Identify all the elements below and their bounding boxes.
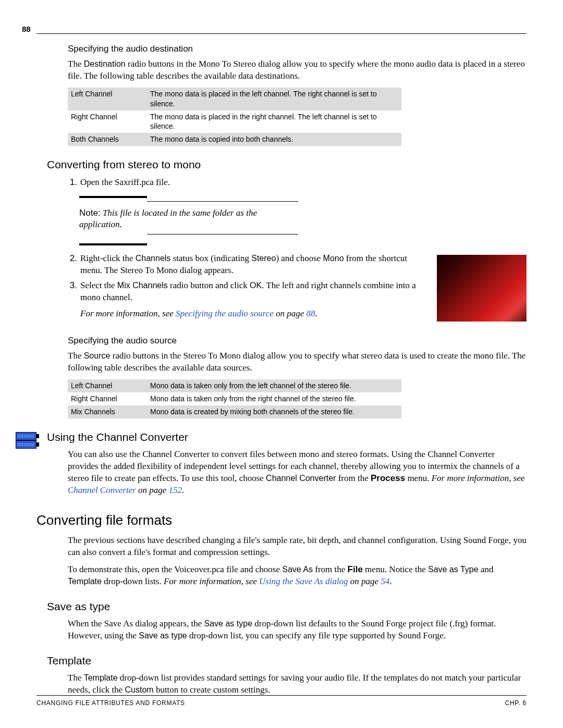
table-destinations: Left Channel The mono data is placed in … [68, 88, 401, 146]
xref-save-as-dialog[interactable]: Using the Save As dialog [259, 576, 348, 586]
heading-spec-dest: Specifying the audio destination [68, 43, 527, 55]
table-row: Left Channel Mono data is taken only fro… [68, 379, 401, 392]
step-1: 1. Open the Saxriff.pca file. [68, 177, 527, 189]
ui-source: Source [84, 351, 111, 360]
note-label: Note: [79, 208, 101, 218]
xref-page[interactable]: 88 [307, 309, 315, 318]
steps-stereo-to-mono: 1. Open the Saxriff.pca file. [68, 177, 527, 189]
xref-channel-converter[interactable]: Channel Converter [68, 485, 136, 495]
heading-channel-converter: Using the Channel Converter [47, 430, 527, 445]
menu-file: File [348, 564, 363, 574]
note-text: This file is located in the same folder … [79, 208, 257, 230]
section-channel-converter: Using the Channel Converter You can also… [68, 430, 527, 497]
step-3: 3. Select the Mix Channels radio button … [68, 280, 427, 320]
page-content: Specifying the audio destination The Des… [68, 43, 527, 696]
xref-line: For more information, see Specifying the… [80, 308, 427, 320]
heading-save-as-type: Save as type [47, 599, 527, 614]
footer-right: CHP. 6 [505, 699, 527, 707]
heading-converting-file-formats: Converting file formats [36, 511, 527, 529]
channel-converter-icon [16, 432, 38, 449]
para-save-as-type: When the Save As dialog appears, the Sav… [68, 618, 527, 642]
step-2: 2. Right-click the Channels status box (… [68, 253, 427, 277]
waveform-preview-image [437, 255, 527, 322]
note-rule-bottom [79, 243, 147, 245]
heading-stereo-to-mono: Converting from stereo to mono [47, 157, 527, 172]
para-convert-formats-1: The previous sections have described cha… [68, 535, 527, 559]
para-channel-converter: You can also use the Channel Converter t… [68, 449, 527, 497]
para-convert-formats-2: To demonstrate this, open the Voiceover.… [68, 564, 527, 588]
table-sources: Left Channel Mono data is taken only fro… [68, 379, 401, 418]
step-block-with-image: 2. Right-click the Channels status box (… [68, 253, 527, 326]
table-row: Left Channel The mono data is placed in … [68, 88, 401, 110]
page-header-rule: 88 [36, 33, 527, 34]
table-row: Both Channels The mono data is copied in… [68, 133, 401, 146]
para-spec-src: The Source radio buttons in the Stereo T… [68, 350, 527, 374]
heading-template: Template [47, 653, 527, 668]
ui-destination: Destination [84, 59, 126, 68]
para-template: The Template drop-down list provides sta… [68, 672, 527, 696]
heading-spec-src: Specifying the audio source [68, 335, 527, 347]
page: 88 Specifying the audio destination The … [0, 0, 563, 728]
table-row: Right Channel Mono data is taken only fr… [68, 392, 401, 405]
footer-left: CHANGING FILE ATTRIBUTES AND FORMATS [36, 699, 185, 707]
table-row: Right Channel The mono data is placed in… [68, 110, 401, 133]
xref-page[interactable]: 54 [381, 576, 389, 586]
table-row: Mix Channels Mono data is created by mix… [68, 405, 401, 418]
note-box: Note: This file is located in the same f… [79, 196, 298, 246]
xref-page[interactable]: 152 [169, 485, 182, 495]
menu-process: Process [371, 473, 405, 483]
note-curve-top [79, 198, 298, 204]
xref-audio-source[interactable]: Specifying the audio source [176, 309, 274, 318]
note-curve-bottom [79, 232, 298, 238]
para-spec-dest: The Destination radio buttons in the Mon… [68, 58, 527, 82]
page-number: 88 [22, 24, 33, 34]
page-footer: CHANGING FILE ATTRIBUTES AND FORMATS CHP… [36, 695, 527, 707]
